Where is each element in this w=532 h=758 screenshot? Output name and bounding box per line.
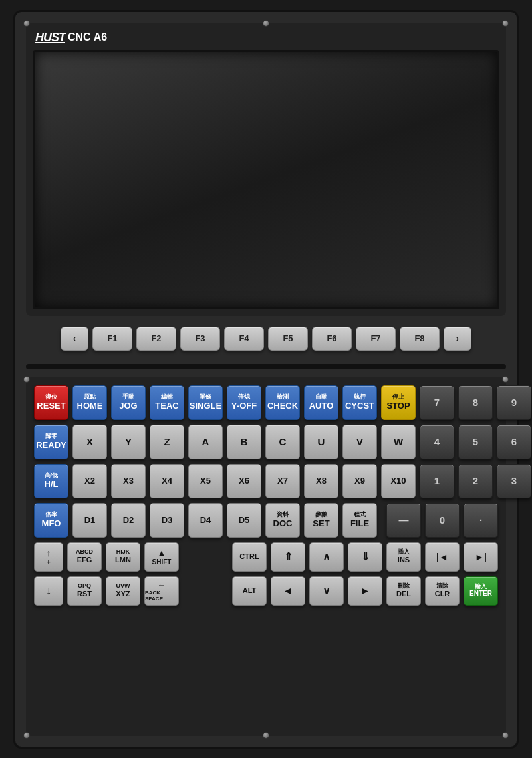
- screw-mr: [502, 376, 509, 383]
- key-3[interactable]: 3: [497, 464, 531, 498]
- key-yoff[interactable]: 停熄 Y-OFF: [227, 385, 261, 420]
- key-double-down[interactable]: ⇓: [348, 542, 382, 572]
- main-panel: HUST CNC A6 ‹ F1 F2 F3 F4 F5 F6 F7 F8 › …: [13, 10, 519, 749]
- key-double-up[interactable]: ⇑: [271, 542, 305, 572]
- key-down[interactable]: ∨: [309, 576, 344, 606]
- key-left[interactable]: ◄: [271, 576, 305, 606]
- key-x10[interactable]: X10: [381, 464, 416, 498]
- key-right[interactable]: ►: [348, 576, 382, 606]
- key-5[interactable]: 5: [458, 425, 493, 459]
- key-down-minus[interactable]: ↓: [34, 576, 63, 606]
- fkey-f6[interactable]: F6: [312, 327, 352, 351]
- key-x3[interactable]: X3: [111, 464, 146, 498]
- key-x4[interactable]: X4: [150, 464, 184, 498]
- key-opqrst[interactable]: OPQ RST: [67, 576, 102, 606]
- key-stop[interactable]: 停止 STOP: [381, 385, 416, 420]
- key-a[interactable]: A: [188, 425, 223, 459]
- key-alt[interactable]: ALT: [232, 576, 267, 606]
- key-shift[interactable]: ▲ SHIFT: [144, 542, 179, 572]
- key-x5[interactable]: X5: [188, 464, 223, 498]
- key-hijklmn[interactable]: HIJK LMN: [106, 542, 140, 572]
- key-y[interactable]: Y: [111, 425, 146, 459]
- key-1[interactable]: 1: [420, 464, 454, 498]
- keyboard-section: 復位 RESET 原點 HOME 手動 JOG 編輯 TEAC 單條 SINGL…: [26, 377, 506, 736]
- key-b[interactable]: B: [227, 425, 261, 459]
- top-section: HUST CNC A6: [26, 23, 506, 316]
- key-x8[interactable]: X8: [304, 464, 338, 498]
- key-row-2: 歸零 READY X Y Z A B C U V W 4 5 6: [34, 425, 498, 459]
- fkey-f8[interactable]: F8: [400, 327, 440, 351]
- key-d4[interactable]: D4: [188, 503, 223, 538]
- key-home[interactable]: 原點 HOME: [72, 385, 107, 420]
- key-single[interactable]: 單條 SINGLE: [188, 385, 223, 420]
- key-check[interactable]: 檢測 CHECK: [265, 385, 300, 420]
- key-del[interactable]: 刪除 DEL: [386, 576, 421, 606]
- key-7[interactable]: 7: [420, 385, 454, 420]
- key-v[interactable]: V: [342, 425, 377, 459]
- fkey-next[interactable]: ›: [444, 327, 471, 351]
- key-c[interactable]: C: [265, 425, 300, 459]
- key-cycst[interactable]: 執行 CYCST: [342, 385, 377, 420]
- fkey-f1[interactable]: F1: [92, 327, 132, 351]
- key-auto[interactable]: 自動 AUTO: [304, 385, 338, 420]
- screw-tr: [502, 20, 509, 27]
- key-file[interactable]: 程式 FILE: [342, 503, 377, 538]
- fkey-row: ‹ F1 F2 F3 F4 F5 F6 F7 F8 ›: [26, 321, 506, 356]
- key-set[interactable]: 參數 SET: [304, 503, 338, 538]
- key-clr[interactable]: 清除 CLR: [425, 576, 460, 606]
- fkey-f4[interactable]: F4: [224, 327, 264, 351]
- key-row-5: ↑ + ABCD EFG HIJK LMN ▲ SHIFT CTRL ⇑: [34, 542, 498, 572]
- fkey-f5[interactable]: F5: [268, 327, 308, 351]
- key-reset[interactable]: 復位 RESET: [34, 385, 68, 420]
- fkey-f3[interactable]: F3: [180, 327, 220, 351]
- key-dot[interactable]: ·: [464, 503, 498, 538]
- key-d1[interactable]: D1: [72, 503, 107, 538]
- key-prev-track[interactable]: |◄: [425, 542, 460, 572]
- key-up-plus[interactable]: ↑ +: [34, 542, 63, 572]
- key-2[interactable]: 2: [458, 464, 493, 498]
- key-next-track[interactable]: ►|: [464, 542, 498, 572]
- key-row-4: 倍率 MFO D1 D2 D3 D4 D5 資料 DOC 參數 SET 程式 F…: [34, 503, 498, 538]
- key-0[interactable]: 0: [425, 503, 460, 538]
- key-4[interactable]: 4: [420, 425, 454, 459]
- key-enter[interactable]: 輸入 ENTER: [464, 576, 498, 606]
- key-abcdefg[interactable]: ABCD EFG: [67, 542, 102, 572]
- key-row-1: 復位 RESET 原點 HOME 手動 JOG 編輯 TEAC 單條 SINGL…: [34, 385, 498, 420]
- key-d2[interactable]: D2: [111, 503, 146, 538]
- key-mfo[interactable]: 倍率 MFO: [34, 503, 68, 538]
- fkey-f2[interactable]: F2: [136, 327, 176, 351]
- key-x2[interactable]: X2: [72, 464, 107, 498]
- key-x7[interactable]: X7: [265, 464, 300, 498]
- key-ctrl[interactable]: CTRL: [232, 542, 267, 572]
- key-jog[interactable]: 手動 JOG: [111, 385, 146, 420]
- key-d3[interactable]: D3: [150, 503, 184, 538]
- screen-display: [33, 50, 499, 309]
- key-up[interactable]: ∧: [309, 542, 344, 572]
- key-teac[interactable]: 編輯 TEAC: [150, 385, 184, 420]
- key-x[interactable]: X: [72, 425, 107, 459]
- brand-model: A6: [94, 31, 107, 43]
- fkey-f7[interactable]: F7: [356, 327, 396, 351]
- key-doc[interactable]: 資料 DOC: [265, 503, 300, 538]
- key-d5[interactable]: D5: [227, 503, 261, 538]
- screw-ml: [23, 376, 30, 383]
- key-backspace[interactable]: ← BACK SPACE: [144, 576, 179, 606]
- key-minus[interactable]: —: [386, 503, 421, 538]
- key-8[interactable]: 8: [458, 385, 493, 420]
- key-x6[interactable]: X6: [227, 464, 261, 498]
- screw-tl: [23, 20, 30, 27]
- key-z[interactable]: Z: [150, 425, 184, 459]
- key-uvwxyz[interactable]: UVW XYZ: [106, 576, 140, 606]
- key-9[interactable]: 9: [497, 385, 531, 420]
- screw-bl: [23, 732, 30, 739]
- key-ready[interactable]: 歸零 READY: [34, 425, 68, 459]
- key-ins[interactable]: 插入 INS: [386, 542, 421, 572]
- panel-divider: [26, 364, 506, 369]
- key-u[interactable]: U: [304, 425, 338, 459]
- key-w[interactable]: W: [381, 425, 416, 459]
- key-6[interactable]: 6: [497, 425, 531, 459]
- fkey-prev[interactable]: ‹: [61, 327, 88, 351]
- key-x9[interactable]: X9: [342, 464, 377, 498]
- key-row-3: 高/低 H/L X2 X3 X4 X5 X6 X7 X8 X9 X10 1 2 …: [34, 464, 498, 498]
- key-hl[interactable]: 高/低 H/L: [34, 464, 68, 498]
